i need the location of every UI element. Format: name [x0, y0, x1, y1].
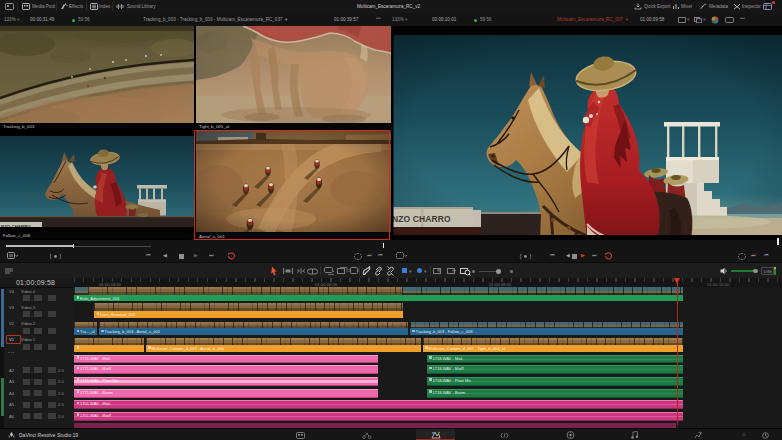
svg-text:NZO CHARRO: NZO CHARRO: [392, 214, 451, 224]
